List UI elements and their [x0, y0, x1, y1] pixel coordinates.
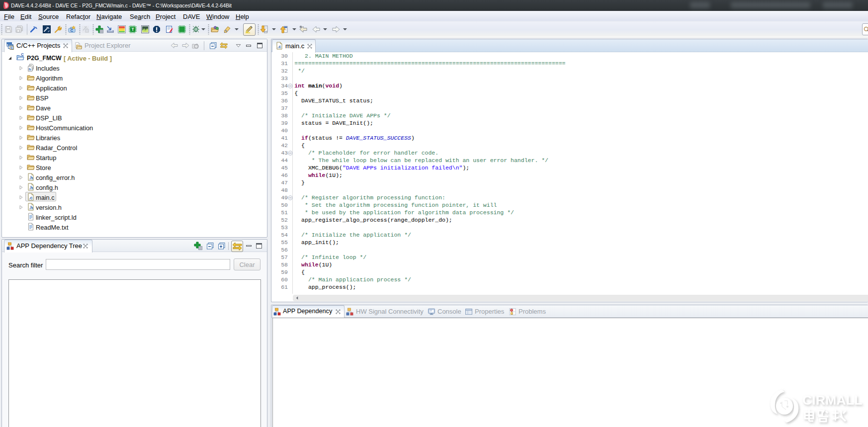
svg-text:CIRMALL: CIRMALL — [802, 393, 863, 408]
svg-text:T: T — [132, 27, 135, 32]
svg-text:C: C — [71, 28, 74, 33]
svg-text:C: C — [21, 53, 24, 57]
